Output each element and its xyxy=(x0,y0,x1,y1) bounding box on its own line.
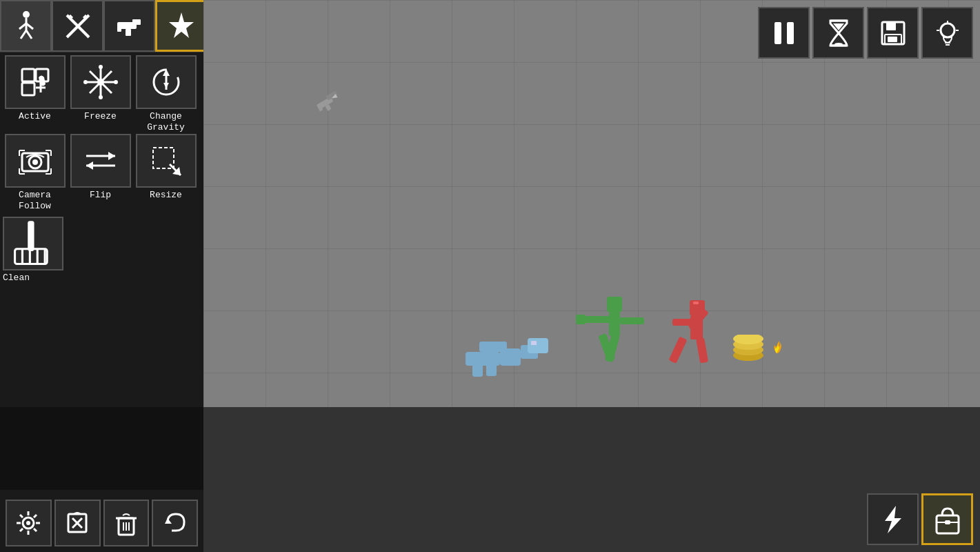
svg-marker-14 xyxy=(169,12,194,38)
clean-tool-icon xyxy=(3,217,63,270)
svg-marker-121 xyxy=(885,506,901,533)
resize-tool-label: Resize xyxy=(150,190,182,201)
freeze-tool-label: Freeze xyxy=(84,111,117,122)
active-tool-icon xyxy=(5,55,66,109)
selected-tool-button[interactable] xyxy=(155,0,207,52)
top-right-controls xyxy=(758,7,973,59)
svg-rect-62 xyxy=(886,22,896,30)
flip-tool-label: Flip xyxy=(90,190,111,201)
svg-point-0 xyxy=(23,11,30,18)
lightning-button[interactable] xyxy=(867,493,919,545)
gun-tool-button[interactable] xyxy=(103,0,155,52)
svg-line-5 xyxy=(26,30,32,39)
bottom-right-controls xyxy=(867,493,973,545)
svg-rect-79 xyxy=(479,342,507,352)
svg-rect-50 xyxy=(28,221,34,252)
svg-rect-86 xyxy=(583,316,610,323)
save-button[interactable] xyxy=(867,7,919,59)
bottom-game-area xyxy=(203,407,980,552)
svg-rect-97 xyxy=(693,302,699,304)
svg-rect-12 xyxy=(126,29,131,36)
svg-point-23 xyxy=(97,79,104,86)
svg-point-25 xyxy=(99,95,103,99)
resize-tool-cell[interactable]: Resize xyxy=(134,134,198,211)
svg-line-111 xyxy=(20,529,23,531)
resize-tool-icon xyxy=(136,134,197,188)
svg-rect-18 xyxy=(22,83,34,95)
svg-line-108 xyxy=(20,515,23,518)
change-gravity-tool-label: Change Gravity xyxy=(134,111,198,132)
active-tool-cell[interactable]: Active xyxy=(3,55,67,132)
svg-rect-82 xyxy=(472,364,483,377)
change-gravity-tool-icon xyxy=(136,55,197,109)
svg-rect-95 xyxy=(669,336,688,364)
camera-follow-tool-icon xyxy=(5,134,66,188)
timer-button[interactable] xyxy=(812,7,864,59)
svg-rect-90 xyxy=(576,315,586,324)
freeze-tool-icon xyxy=(70,55,131,109)
sidebar: Active Freeze xyxy=(0,0,203,407)
svg-rect-56 xyxy=(774,22,781,44)
camera-follow-tool-label: Camera Follow xyxy=(3,190,67,211)
active-tool-label: Active xyxy=(19,111,51,122)
freeze-tool-cell[interactable]: Freeze xyxy=(68,55,132,132)
svg-line-4 xyxy=(21,30,26,39)
settings-button[interactable] xyxy=(921,7,973,59)
svg-rect-96 xyxy=(696,337,708,364)
svg-point-65 xyxy=(941,23,954,37)
undo-button[interactable] xyxy=(152,500,198,546)
svg-rect-81 xyxy=(531,341,537,345)
settings-gear-button[interactable] xyxy=(6,500,52,546)
svg-rect-57 xyxy=(787,22,794,44)
bottom-toolbar xyxy=(0,493,203,552)
clean-tool-label: Clean xyxy=(3,273,30,283)
svg-line-109 xyxy=(34,529,37,531)
flip-tool-icon xyxy=(70,134,131,188)
tool-grid: Active Freeze xyxy=(0,52,203,214)
pause-button[interactable] xyxy=(758,7,810,59)
svg-rect-124 xyxy=(945,520,950,524)
stickman-tool-button[interactable] xyxy=(0,0,52,52)
svg-point-34 xyxy=(32,159,38,165)
delete-all-button[interactable] xyxy=(103,500,150,546)
top-toolbar xyxy=(0,0,203,52)
sword-tool-button[interactable] xyxy=(52,0,103,52)
bottom-left-dark xyxy=(0,407,203,490)
svg-marker-31 xyxy=(163,83,169,88)
change-gravity-tool-cell[interactable]: Change Gravity xyxy=(134,55,198,132)
svg-rect-87 xyxy=(620,317,644,324)
svg-rect-64 xyxy=(888,37,897,42)
svg-line-110 xyxy=(34,515,37,518)
flip-tool-cell[interactable]: Flip xyxy=(68,134,132,211)
svg-marker-44 xyxy=(108,152,115,160)
svg-point-27 xyxy=(114,80,118,84)
svg-point-26 xyxy=(83,80,88,84)
game-area[interactable] xyxy=(203,0,980,407)
bag-button[interactable] xyxy=(921,493,973,545)
svg-rect-11 xyxy=(132,19,141,25)
svg-point-60 xyxy=(834,43,843,46)
svg-rect-85 xyxy=(609,312,620,336)
delete-selected-button[interactable] xyxy=(54,500,101,546)
svg-rect-80 xyxy=(528,338,548,353)
clean-area: Clean xyxy=(0,214,203,286)
svg-point-24 xyxy=(99,65,103,69)
svg-marker-46 xyxy=(86,161,93,170)
svg-rect-16 xyxy=(22,69,34,81)
svg-rect-13 xyxy=(117,28,121,32)
svg-rect-83 xyxy=(486,362,497,376)
camera-follow-tool-cell[interactable]: Camera Follow xyxy=(3,134,67,211)
clean-tool-cell[interactable]: Clean xyxy=(3,217,201,283)
bottom-left xyxy=(0,407,203,552)
game-characters xyxy=(341,269,824,407)
svg-point-103 xyxy=(26,521,30,525)
svg-rect-84 xyxy=(607,297,622,312)
